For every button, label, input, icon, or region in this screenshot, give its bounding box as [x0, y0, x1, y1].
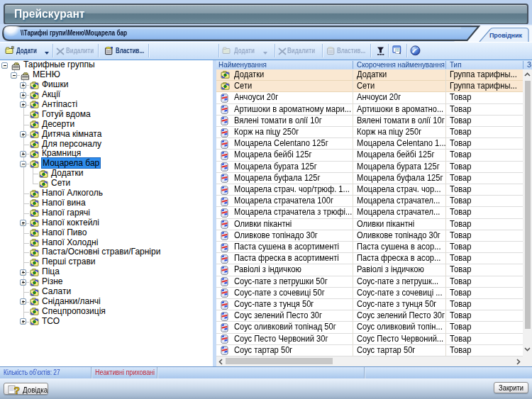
svg-text:?: ?: [14, 385, 21, 395]
